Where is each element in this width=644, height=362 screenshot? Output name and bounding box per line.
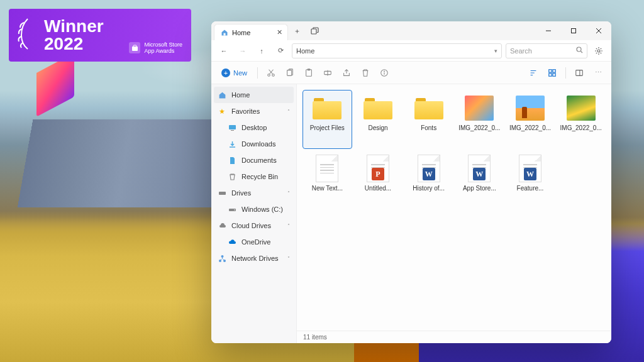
sidebar-item-onedrive[interactable]: OneDrive — [211, 234, 296, 250]
new-tab-button[interactable]: ＋ — [288, 21, 306, 40]
cut-button[interactable] — [263, 65, 279, 81]
file-label: IMG_2022_0... — [458, 124, 500, 131]
file-item[interactable]: WHistory of... — [404, 151, 453, 209]
search-placeholder: Search — [510, 47, 532, 55]
file-label: Untitled... — [365, 185, 391, 192]
chevron-up-icon[interactable]: ˄ — [287, 223, 290, 229]
documents-icon — [228, 156, 236, 165]
sidebar-drives[interactable]: Drives ˄ — [211, 185, 296, 201]
file-item[interactable]: IMG_2022_0... — [506, 90, 555, 148]
badge-title: Winner — [44, 18, 179, 35]
sidebar: Home ★Favorites ˄ DesktopDownloadsDocume… — [211, 84, 297, 343]
word-file-icon: W — [418, 155, 440, 182]
file-item[interactable]: Project Files — [303, 90, 352, 148]
svg-rect-2 — [311, 29, 316, 34]
chevron-up-icon[interactable]: ˄ — [287, 109, 290, 114]
sidebar-item-downloads[interactable]: Downloads — [211, 136, 296, 152]
file-item[interactable]: WFeature... — [506, 151, 555, 209]
sidebar-item-drive[interactable]: Windows (C:) — [211, 201, 296, 217]
svg-line-8 — [581, 52, 583, 53]
tab-home[interactable]: Home ✕ — [214, 24, 288, 40]
share-button[interactable] — [338, 65, 355, 81]
sidebar-item-recycle-bin[interactable]: Recycle Bin — [211, 168, 296, 185]
sort-button[interactable] — [525, 65, 541, 81]
svg-rect-14 — [287, 70, 292, 75]
delete-button[interactable] — [357, 65, 374, 81]
svg-rect-33 — [219, 192, 226, 195]
svg-rect-1 — [133, 45, 136, 47]
word-file-icon: W — [519, 155, 541, 182]
sidebar-favorites[interactable]: ★Favorites ˄ — [211, 103, 296, 119]
copy-button[interactable] — [282, 65, 298, 81]
folder-icon — [414, 97, 443, 119]
new-button-label: New — [233, 69, 247, 77]
svg-rect-26 — [553, 69, 555, 72]
file-explorer-window: Home ✕ ＋ ← → ↑ ⟳ Home ▾ Search + New — [211, 21, 611, 343]
chevron-down-icon[interactable]: ˅ — [287, 256, 290, 261]
file-item[interactable]: IMG_2022_0... — [455, 90, 504, 148]
svg-line-12 — [269, 69, 273, 74]
sidebar-cloud[interactable]: Cloud Drives ˄ — [211, 217, 296, 234]
svg-rect-4 — [572, 29, 576, 33]
file-item[interactable]: WApp Store... — [455, 151, 504, 209]
image-thumbnail — [567, 96, 596, 121]
minimize-button[interactable] — [536, 21, 561, 40]
svg-point-10 — [268, 74, 270, 76]
new-button[interactable]: + New — [216, 65, 252, 81]
action-toolbar: + New ⋯ — [211, 62, 611, 84]
desktop-icon — [228, 123, 236, 132]
back-button[interactable]: ← — [216, 43, 231, 58]
recycle bin-icon — [228, 172, 236, 181]
refresh-button[interactable]: ⟳ — [273, 43, 288, 58]
close-window-button[interactable] — [586, 21, 611, 40]
sidebar-item-documents[interactable]: Documents — [211, 152, 296, 168]
file-item[interactable]: Fonts — [404, 90, 453, 148]
path-input[interactable]: Home ▾ — [292, 43, 502, 58]
file-item[interactable]: IMG_2022_0... — [557, 90, 605, 148]
powerpoint-file-icon: P — [367, 155, 389, 182]
file-item[interactable]: PUntitled... — [354, 151, 402, 209]
forward-button[interactable]: → — [235, 43, 250, 58]
file-label: New Text... — [312, 185, 343, 192]
tab-overview-button[interactable] — [306, 21, 323, 40]
search-input[interactable]: Search — [506, 43, 587, 58]
cloud-icon — [218, 221, 226, 230]
svg-line-13 — [269, 69, 273, 74]
more-button[interactable]: ⋯ — [590, 65, 606, 81]
preview-pane-button[interactable] — [571, 65, 587, 81]
paste-button[interactable] — [301, 65, 317, 81]
maximize-button[interactable] — [561, 21, 586, 40]
properties-button[interactable] — [376, 65, 392, 81]
chevron-down-icon[interactable]: ▾ — [494, 48, 497, 54]
close-tab-icon[interactable]: ✕ — [277, 28, 282, 36]
search-icon — [576, 47, 583, 55]
svg-rect-31 — [229, 125, 236, 129]
file-grid[interactable]: Project FilesDesignFontsIMG_2022_0...IMG… — [297, 84, 611, 331]
layout-button[interactable] — [544, 65, 560, 81]
sidebar-item-desktop[interactable]: Desktop — [211, 119, 296, 136]
svg-rect-27 — [549, 73, 552, 75]
chevron-up-icon[interactable]: ˄ — [287, 190, 290, 196]
svg-point-36 — [221, 255, 223, 258]
store-icon — [129, 42, 140, 53]
badge-sub1: Microsoft Store — [144, 41, 182, 48]
file-label: Project Files — [310, 124, 345, 131]
file-label: History of... — [413, 185, 445, 192]
home-icon — [218, 90, 226, 99]
badge-year: 2022 — [44, 35, 83, 53]
sidebar-home[interactable]: Home — [214, 87, 294, 103]
plus-icon: + — [221, 69, 230, 77]
file-item[interactable]: Design — [354, 90, 402, 148]
tab-label: Home — [232, 29, 250, 36]
rename-button[interactable] — [319, 65, 336, 81]
svg-rect-25 — [549, 69, 552, 72]
home-icon — [221, 29, 228, 36]
network-icon — [218, 254, 226, 263]
titlebar[interactable]: Home ✕ ＋ — [211, 21, 611, 40]
file-item[interactable]: New Text... — [303, 151, 352, 209]
sidebar-network[interactable]: Network Drives ˅ — [211, 250, 296, 266]
file-label: IMG_2022_0... — [509, 124, 551, 131]
up-button[interactable]: ↑ — [254, 43, 269, 58]
settings-button[interactable] — [591, 43, 606, 58]
svg-point-7 — [577, 47, 581, 52]
